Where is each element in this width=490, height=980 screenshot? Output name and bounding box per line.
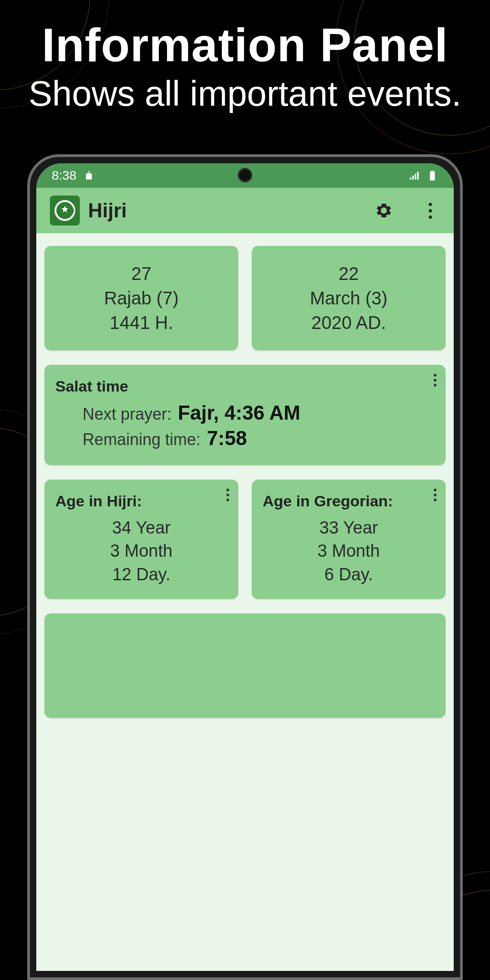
salat-time-card[interactable]: Salat time Next prayer: Fajr, 4:36 AM Re… [44,365,446,465]
signal-icon [408,170,420,181]
card-menu-button[interactable] [226,489,229,501]
age-gregorian-day: 6 Day. [263,563,435,586]
age-hijri-year: 34 Year [55,516,227,539]
hijri-day: 27 [131,261,152,286]
gear-icon [375,201,393,220]
next-prayer-label: Next prayer: [83,405,172,424]
age-hijri-card[interactable]: Age in Hijri: 34 Year 3 Month 12 Day. [44,480,238,599]
age-gregorian-card[interactable]: Age in Gregorian: 33 Year 3 Month 6 Day. [252,480,446,599]
card-menu-button[interactable] [434,489,436,501]
next-prayer-value: Fajr, 4:36 AM [178,402,300,424]
salat-header: Salat time [55,377,435,395]
promo-subtitle: Shows all important events. [0,73,490,115]
gregorian-month: March (3) [310,286,387,310]
mosque-icon [83,170,95,181]
app-logo [50,196,80,225]
empty-card[interactable] [44,613,446,718]
camera-notch [238,168,252,182]
gregorian-date-card[interactable]: 22 March (3) 2020 AD. [252,246,446,350]
app-title: Hijri [88,199,127,222]
gregorian-year: 2020 AD. [311,310,386,335]
status-time: 8:38 [52,168,77,183]
age-hijri-header: Age in Hijri: [55,492,227,510]
age-gregorian-header: Age in Gregorian: [263,492,435,510]
remaining-time-label: Remaining time: [83,430,201,449]
age-hijri-month: 3 Month [55,539,227,563]
hijri-date-card[interactable]: 27 Rajab (7) 1441 H. [44,246,238,350]
age-hijri-day: 12 Day. [55,563,227,586]
hijri-month: Rajab (7) [104,286,179,310]
age-gregorian-year: 33 Year [263,516,435,539]
promo-title: Information Panel [0,18,490,72]
app-bar: Hijri [36,188,454,233]
age-gregorian-month: 3 Month [263,539,435,563]
svg-rect-0 [431,175,434,180]
card-menu-button[interactable] [434,374,436,387]
remaining-time-value: 7:58 [207,427,247,450]
battery-icon [426,170,438,181]
overflow-menu-button[interactable] [420,201,440,220]
more-vert-icon [429,203,432,219]
settings-button[interactable] [374,201,394,220]
gregorian-day: 22 [338,261,359,286]
phone-frame: 8:38 Hijri 27 [27,154,463,980]
hijri-year: 1441 H. [109,310,173,335]
